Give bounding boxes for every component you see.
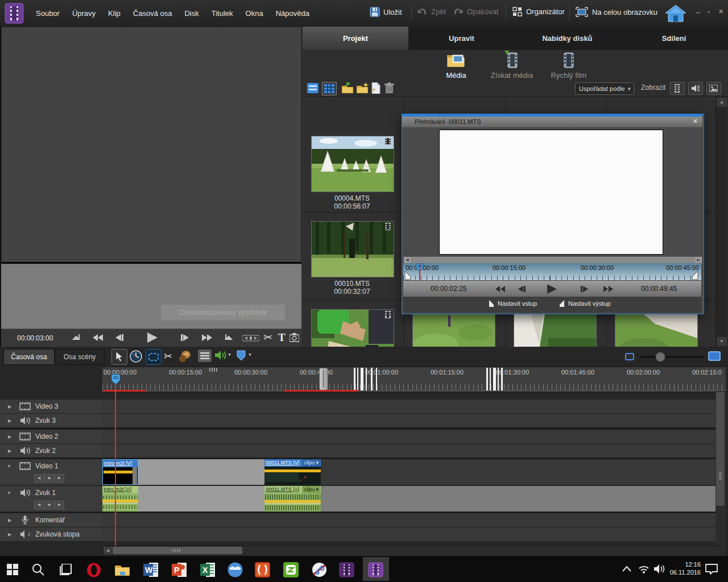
clip-opacity-keyline[interactable]: [264, 469, 321, 472]
timeline-clip-00011-audio[interactable]: 00011.MTS [A]clipu ▾: [264, 486, 321, 512]
tab-osa-sceny[interactable]: Osa scény: [55, 349, 105, 365]
expander-icon[interactable]: ▼: [7, 464, 11, 469]
player-titlebar[interactable]: Přehrávání -00011.MTS ✕: [402, 117, 702, 127]
timeline-splitter-grip[interactable]: ···: [510, 343, 519, 350]
player-window[interactable]: Přehrávání -00011.MTS ✕ ◀ ▶ 00:00:00:00 …: [402, 114, 704, 314]
zoner-icon[interactable]: [283, 562, 299, 577]
track-header-zvukova-stopa[interactable]: ▶ ♪ Zvuková stopa: [0, 527, 102, 542]
keyframe-add-button[interactable]: ◆: [44, 474, 54, 483]
timeline-vscrollbar[interactable]: [715, 391, 726, 546]
tab-sdileni[interactable]: Sdílení: [620, 27, 728, 50]
action-center-icon[interactable]: [705, 564, 718, 575]
undo-button[interactable]: Zpět: [417, 7, 446, 16]
selection-tool-button[interactable]: [111, 349, 127, 365]
task-view-icon[interactable]: [59, 564, 73, 575]
media-item-00004[interactable]: 00004.MTS 00:00:56:07: [311, 136, 394, 210]
track-lane-video3[interactable]: [102, 400, 726, 414]
play-icon[interactable]: [147, 332, 158, 343]
set-in-button[interactable]: Nastavit vstup: [489, 300, 537, 307]
menu-soubor[interactable]: Soubor: [30, 0, 66, 27]
track-header-zvuk1[interactable]: ▼ Zvuk 1 ◀ ◆ ▶: [0, 486, 102, 512]
keyframe-add-button[interactable]: ◆: [44, 501, 54, 509]
track-lane-zvuk2[interactable]: [102, 444, 726, 458]
camera-snapshot-icon[interactable]: [289, 333, 299, 342]
split-tool-scissors-icon[interactable]: ✂: [164, 350, 172, 363]
clip-menu-button[interactable]: clipu ▾: [302, 459, 320, 467]
marker-dropdown-arrow[interactable]: ▾: [249, 351, 251, 357]
fullscreen-button[interactable]: Na celou obrazovku: [576, 7, 657, 17]
quick-movie-action-button[interactable]: Rychlý film: [546, 51, 592, 80]
player-close-button[interactable]: ✕: [693, 118, 698, 125]
track-lane-zvukova-stopa[interactable]: [102, 527, 726, 542]
expander-icon[interactable]: ▶: [8, 518, 11, 523]
track-lane-video1[interactable]: Intro.m2t [V] 00011.MTS [V]clipu ▾: [102, 459, 726, 485]
track-header-video3[interactable]: ▶ Video 3: [0, 400, 102, 414]
fast-forward-icon[interactable]: [202, 334, 212, 341]
search-icon[interactable]: [32, 563, 44, 576]
goto-out-point-icon[interactable]: [224, 334, 233, 342]
track-header-komentar[interactable]: ▶ Komentář: [0, 513, 102, 527]
active-app-highlight[interactable]: [363, 557, 389, 581]
menu-disk[interactable]: Disk: [178, 0, 205, 27]
clock[interactable]: 12:16 06.11.2016: [661, 560, 701, 576]
keyframe-next-button[interactable]: ▶: [55, 501, 64, 509]
player-step-back-icon[interactable]: [518, 286, 526, 292]
expander-icon[interactable]: ▶: [8, 434, 11, 439]
new-item-icon[interactable]: [371, 82, 381, 94]
track-header-zvuk3[interactable]: ▶ Zvuk 3: [0, 414, 102, 428]
goto-in-point-icon[interactable]: [72, 334, 81, 342]
rewind-icon[interactable]: [93, 334, 103, 341]
timeline-zoom-slider-thumb[interactable]: [655, 352, 665, 362]
clip-volume-keyline[interactable]: [264, 500, 321, 503]
window-minimize-button[interactable]: –: [696, 8, 700, 16]
tab-projekt[interactable]: Projekt: [303, 27, 409, 50]
word-icon[interactable]: W: [143, 563, 158, 577]
smart-fix-tool-button[interactable]: [146, 349, 162, 365]
in-point-handle[interactable]: [404, 271, 412, 280]
powerpoint-icon[interactable]: P: [172, 563, 187, 577]
organizer-button[interactable]: Organizátor: [512, 7, 565, 16]
menu-napoveda[interactable]: Nápověda: [270, 0, 316, 27]
menu-klip[interactable]: Klip: [102, 0, 127, 27]
start-button-icon[interactable]: [7, 564, 18, 575]
menu-upravy[interactable]: Úpravy: [66, 0, 102, 27]
expander-icon[interactable]: ▼: [7, 490, 11, 496]
get-media-action-button[interactable]: Získat média: [489, 51, 535, 80]
grid-view-button[interactable]: [322, 82, 337, 95]
timeline-hscrollbar[interactable]: ◀: [102, 546, 727, 556]
clip-menu-button[interactable]: clipu ▾: [302, 486, 320, 493]
player-play-icon[interactable]: [547, 284, 557, 294]
tab-casova-osa[interactable]: Časová osa: [3, 349, 55, 365]
timeline-clip-intro-audio[interactable]: Intro.m2t [A]: [102, 486, 138, 512]
menu-okna[interactable]: Okna: [239, 0, 270, 27]
expander-icon[interactable]: ▶: [8, 418, 11, 423]
opera-icon[interactable]: [86, 563, 101, 577]
menu-casova-osa[interactable]: Časová osa: [127, 0, 179, 27]
smart-mix-tool-icon[interactable]: [179, 350, 191, 363]
home-button[interactable]: [664, 5, 687, 25]
out-point-handle[interactable]: [691, 271, 698, 280]
hscrollbar-thumb[interactable]: [113, 547, 242, 554]
menu-titulek[interactable]: Titulek: [205, 0, 239, 27]
clip-volume-keyline[interactable]: [102, 500, 138, 502]
timeline-clip-00011-video[interactable]: 00011.MTS [V]clipu ▾: [264, 459, 321, 485]
keyframe-navigator[interactable]: ◀ ◆ ▶: [34, 474, 64, 483]
sort-by-dropdown[interactable]: Uspořádat podle ▾: [575, 82, 634, 95]
work-area-end-handle[interactable]: [319, 368, 328, 390]
divx-icon[interactable]: [255, 562, 270, 577]
properties-button[interactable]: [198, 350, 212, 362]
set-out-button[interactable]: Nastavit výstup: [559, 300, 611, 307]
timeline-zoom-slider-track[interactable]: [640, 356, 704, 358]
tray-chevron-up-icon[interactable]: [622, 566, 631, 572]
track-header-video2[interactable]: ▶ Video 2: [0, 430, 102, 444]
media-item-00010[interactable]: 00010.MTS 00:00:32:07: [311, 221, 394, 296]
track-lane-zvuk1[interactable]: Intro.m2t [A] 00011.MTS [A]clipu ▾: [102, 486, 726, 512]
list-view-icon[interactable]: [307, 83, 318, 93]
marker-tool-icon[interactable]: [237, 350, 246, 361]
tab-nabidky-disku[interactable]: Nabídky disků: [515, 27, 621, 50]
file-explorer-icon[interactable]: [115, 564, 130, 576]
scroll-left-arrow[interactable]: ◀: [104, 547, 112, 554]
save-button[interactable]: Uložit: [370, 7, 402, 17]
expander-icon[interactable]: ▶: [8, 532, 11, 537]
zoom-in-icon[interactable]: [708, 351, 721, 361]
